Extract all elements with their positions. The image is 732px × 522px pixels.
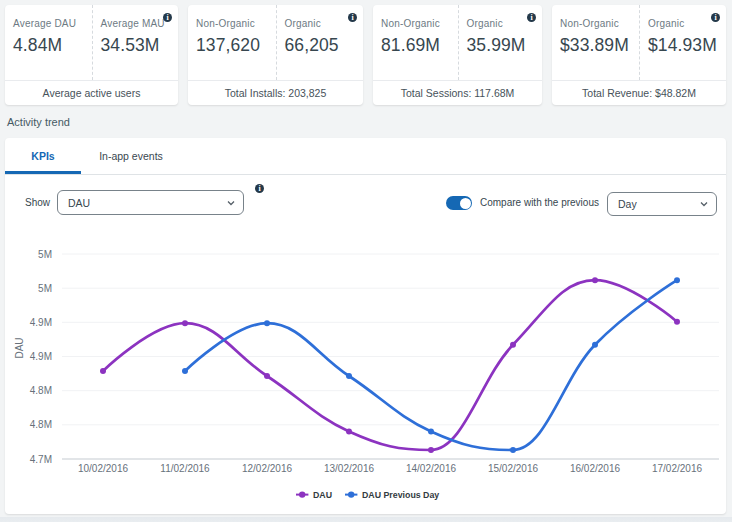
svg-text:10/02/2016: 10/02/2016 <box>78 463 128 474</box>
svg-text:16/02/2016: 16/02/2016 <box>570 463 620 474</box>
svg-text:5M: 5M <box>38 249 52 260</box>
svg-text:12/02/2016: 12/02/2016 <box>242 463 292 474</box>
svg-text:11/02/2016: 11/02/2016 <box>160 463 210 474</box>
svg-text:4.9M: 4.9M <box>30 317 52 328</box>
svg-text:14/02/2016: 14/02/2016 <box>406 463 456 474</box>
svg-text:DAU Previous Day: DAU Previous Day <box>362 490 439 500</box>
svg-text:13/02/2016: 13/02/2016 <box>324 463 374 474</box>
svg-text:4.8M: 4.8M <box>30 385 52 396</box>
svg-text:DAU: DAU <box>14 337 25 358</box>
svg-text:4.9M: 4.9M <box>30 351 52 362</box>
svg-text:DAU: DAU <box>313 490 332 500</box>
svg-text:15/02/2016: 15/02/2016 <box>488 463 538 474</box>
svg-text:5M: 5M <box>38 283 52 294</box>
svg-text:4.8M: 4.8M <box>30 419 52 430</box>
svg-text:17/02/2016: 17/02/2016 <box>652 463 702 474</box>
svg-text:4.7M: 4.7M <box>30 454 52 465</box>
